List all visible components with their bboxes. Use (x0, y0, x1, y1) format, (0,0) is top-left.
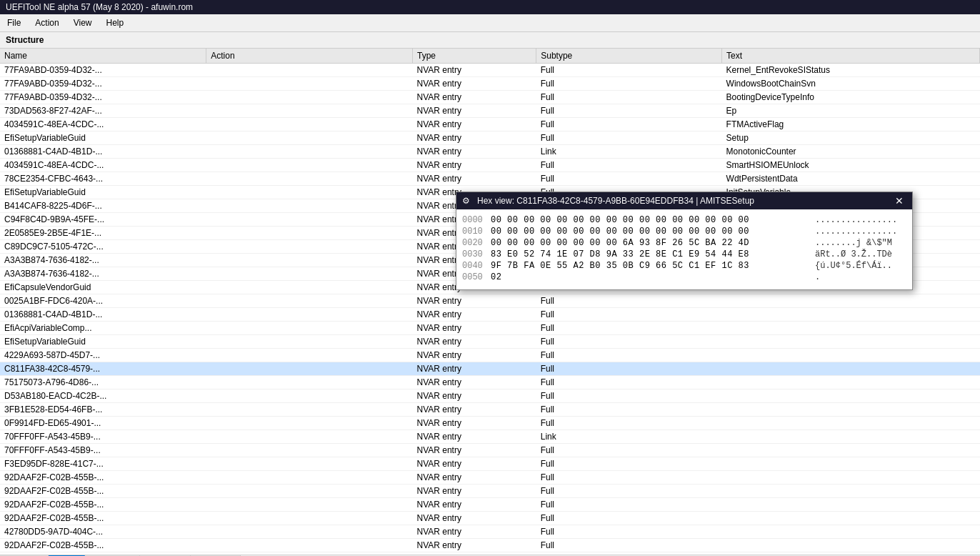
table-row[interactable]: 73DAD563-8F27-42AF-...NVAR entryFullEp (0, 104, 980, 118)
hex-row: 003083 E0 52 74 1E 07 D8 9A 33 2E 8E C1 … (462, 249, 906, 259)
cell-text: Setup (722, 131, 980, 145)
cell-action (206, 254, 413, 267)
cell-subtype: Full (536, 485, 722, 498)
hex-ascii: {ú.U¢°5.Éf\Áï.. (806, 261, 906, 271)
cell-name: EfiSetupVariableGuid (0, 131, 206, 145)
cell-text: MonotonicCounter (722, 145, 980, 159)
cell-text (722, 376, 980, 389)
cell-subtype: Full (536, 539, 722, 552)
title-bar: UEFITool NE alpha 57 (May 8 2020) - afuw… (0, 0, 980, 14)
col-header-action: Action (206, 49, 413, 64)
table-row[interactable]: EfiAcpiVariableComp...NVAR entryFull (0, 322, 980, 335)
hex-bytes: 83 E0 52 74 1E 07 D8 9A 33 2E 8E C1 E9 5… (491, 249, 806, 259)
table-row[interactable]: 78CE2354-CFBC-4643-...NVAR entryFullWdtP… (0, 172, 980, 186)
table-row[interactable]: 70FFF0FF-A543-45B9-...NVAR entryLink (0, 430, 980, 444)
table-row[interactable]: 92DAAF2F-C02B-455B-...NVAR entryFull (0, 512, 980, 525)
cell-text (722, 525, 980, 539)
hex-modal-title-text: Hex view: C811FA38-42C8-4579-A9BB-60E94E… (477, 196, 754, 206)
cell-name: C94F8C4D-9B9A-45FE-... (0, 213, 206, 227)
cell-text: SmartHSIOMEUnlock (722, 159, 980, 172)
cell-type: NVAR entry (412, 131, 536, 145)
cell-type: NVAR entry (412, 362, 536, 376)
cell-text (722, 322, 980, 335)
table-row[interactable]: D53AB180-EACD-4C2B-...NVAR entryFull (0, 389, 980, 403)
hex-row: 00409F 7B FA 0E 55 A2 B0 35 0B C9 66 5C … (462, 261, 906, 271)
cell-type: NVAR entry (412, 376, 536, 389)
cell-action (206, 539, 413, 552)
cell-type: NVAR entry (412, 172, 536, 186)
hex-bytes: 02 (491, 272, 806, 282)
cell-name: 77FA9ABD-0359-4D32-... (0, 64, 206, 77)
col-header-subtype: Subtype (536, 49, 722, 64)
cell-name: A3A3B874-7636-4182-... (0, 254, 206, 267)
cell-subtype: Full (536, 294, 722, 308)
cell-name: 01368881-C4AD-4B1D-... (0, 308, 206, 322)
hex-close-button[interactable]: ✕ (892, 195, 906, 207)
cell-type: NVAR entry (412, 389, 536, 403)
hex-rows-container: 000000 00 00 00 00 00 00 00 00 00 00 00 … (462, 215, 906, 282)
cell-subtype: Full (536, 172, 722, 186)
table-row[interactable]: C811FA38-42C8-4579-...NVAR entryFull (0, 362, 980, 376)
cell-text (722, 294, 980, 308)
table-row[interactable]: 4034591C-48EA-4CDC-...NVAR entryFullFTMA… (0, 118, 980, 131)
cell-type: NVAR entry (412, 91, 536, 104)
col-header-name: Name (0, 49, 206, 64)
table-row[interactable]: 01368881-C4AD-4B1D-...NVAR entryLinkMono… (0, 145, 980, 159)
cell-action (206, 308, 413, 322)
hex-modal-title-bar: ⚙ Hex view: C811FA38-42C8-4579-A9BB-60E9… (456, 192, 912, 209)
table-area: Name Action Type Subtype Text 77FA9ABD-0… (0, 49, 980, 555)
cell-action (206, 159, 413, 172)
cell-action (206, 64, 413, 77)
cell-name: 92DAAF2F-C02B-455B-... (0, 485, 206, 498)
cell-action (206, 186, 413, 199)
table-row[interactable]: 92DAAF2F-C02B-455B-...NVAR entryFull (0, 485, 980, 498)
cell-action (206, 199, 413, 213)
menu-view[interactable]: View (66, 16, 99, 30)
table-row[interactable]: 0F9914FD-ED65-4901-...NVAR entryFull (0, 417, 980, 430)
table-row[interactable]: 01368881-C4AD-4B1D-...NVAR entryFull (0, 308, 980, 322)
cell-action (206, 267, 413, 281)
menu-file[interactable]: File (0, 16, 28, 30)
cell-action (206, 213, 413, 227)
table-row[interactable]: 92DAAF2F-C02B-455B-...NVAR entryFull (0, 498, 980, 512)
table-row[interactable]: 92DAAF2F-C02B-455B-...NVAR entryFull (0, 552, 980, 555)
hex-offset: 0000 (462, 215, 491, 225)
cell-action (206, 471, 413, 485)
cell-type: NVAR entry (412, 417, 536, 430)
table-row[interactable]: 77FA9ABD-0359-4D32-...NVAR entryFullBoot… (0, 91, 980, 104)
cell-name: EfiAcpiVariableComp... (0, 322, 206, 335)
cell-action (206, 362, 413, 376)
table-row[interactable]: 70FFF0FF-A543-45B9-...NVAR entryFull (0, 444, 980, 457)
table-row[interactable]: 0025A1BF-FDC6-420A-...NVAR entryFull (0, 294, 980, 308)
table-row[interactable]: 75175073-A796-4D86-...NVAR entryFull (0, 376, 980, 389)
hex-offset: 0020 (462, 238, 491, 248)
hex-ascii: ................ (806, 215, 906, 225)
cell-action (206, 77, 413, 91)
hex-ascii: äRt..Ø 3.Ž..TDè (806, 249, 906, 259)
table-row[interactable]: 42780DD5-9A7D-404C-...NVAR entryFull (0, 525, 980, 539)
cell-action (206, 403, 413, 417)
menu-action[interactable]: Action (28, 16, 66, 30)
table-row[interactable]: 4034591C-48EA-4CDC-...NVAR entryFullSmar… (0, 159, 980, 172)
table-row[interactable]: 77FA9ABD-0359-4D32-...NVAR entryFullWind… (0, 77, 980, 91)
cell-action (206, 227, 413, 240)
table-row[interactable]: 4229A693-587D-45D7-...NVAR entryFull (0, 349, 980, 362)
table-row[interactable]: 3FB1E528-ED54-46FB-...NVAR entryFull (0, 403, 980, 417)
table-row[interactable]: EfiSetupVariableGuidNVAR entryFull (0, 335, 980, 349)
cell-type: NVAR entry (412, 294, 536, 308)
cell-subtype: Full (536, 322, 722, 335)
cell-subtype: Full (536, 308, 722, 322)
cell-type: NVAR entry (412, 485, 536, 498)
menu-help[interactable]: Help (99, 16, 131, 30)
cell-action (206, 335, 413, 349)
table-row[interactable]: 92DAAF2F-C02B-455B-...NVAR entryFull (0, 539, 980, 552)
gear-icon: ⚙ (462, 196, 470, 206)
table-row[interactable]: F3ED95DF-828E-41C7-...NVAR entryFull (0, 457, 980, 471)
table-row[interactable]: EfiSetupVariableGuidNVAR entryFullSetup (0, 131, 980, 145)
cell-subtype: Full (536, 403, 722, 417)
cell-text (722, 485, 980, 498)
table-row[interactable]: 92DAAF2F-C02B-455B-...NVAR entryFull (0, 471, 980, 485)
cell-subtype: Full (536, 104, 722, 118)
table-row[interactable]: 77FA9ABD-0359-4D32-...NVAR entryFullKern… (0, 64, 980, 77)
cell-text: BootingDeviceTypeInfo (722, 91, 980, 104)
